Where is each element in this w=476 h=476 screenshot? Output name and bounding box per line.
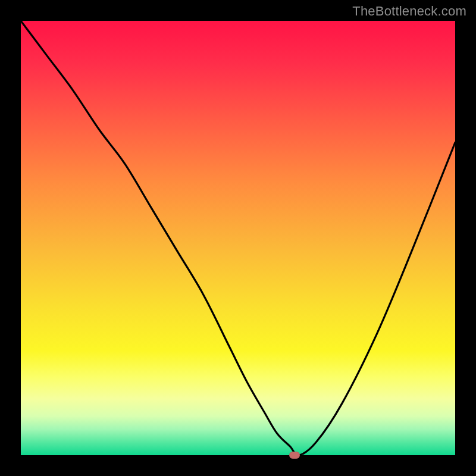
- plot-area: [21, 21, 455, 455]
- chart-frame: TheBottleneck.com: [0, 0, 476, 476]
- watermark-label: TheBottleneck.com: [352, 4, 466, 19]
- optimum-marker: [289, 452, 300, 459]
- bottleneck-curve: [21, 21, 455, 455]
